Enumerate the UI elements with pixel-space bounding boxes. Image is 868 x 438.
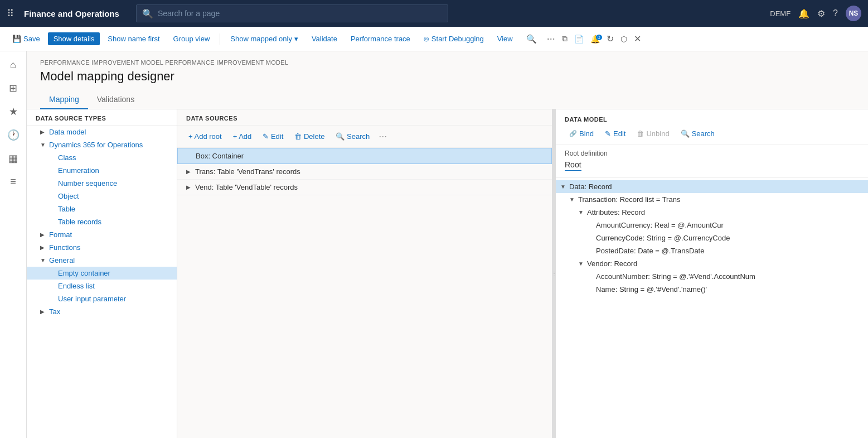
show-mapped-only-button[interactable]: Show mapped only ▾	[225, 32, 304, 45]
page-title: Model mapping designer	[40, 69, 855, 84]
validate-button[interactable]: Validate	[306, 32, 343, 45]
dm-item-account-number[interactable]: AccountNumber: String = @.'#Vend'.Accoun…	[556, 270, 868, 283]
dm-item-data-record[interactable]: ▼ Data: Record	[556, 180, 868, 193]
tree-item-general[interactable]: ▼ General	[27, 254, 177, 267]
tree-item-format[interactable]: ▶ Format	[27, 228, 177, 241]
chevron-down-icon: ▾	[294, 35, 298, 43]
command-bar: 💾 Save Show details Show name first Grou…	[0, 27, 868, 51]
arrow-icon	[49, 283, 58, 289]
tree-item-empty-container[interactable]: Empty container	[27, 267, 177, 280]
dm-edit-button[interactable]: ✎ Edit	[600, 127, 630, 140]
root-def-label: Root definition	[565, 150, 859, 157]
ds-item-trans[interactable]: ▶ Trans: Table 'VendTrans' records	[177, 164, 552, 180]
search-button[interactable]: 🔍	[521, 32, 542, 46]
refresh-icon[interactable]: ↻	[604, 33, 616, 44]
tree-item-data-model[interactable]: ▶ Data model	[27, 126, 177, 138]
unbind-icon: 🗑	[637, 129, 644, 138]
tree-item-object[interactable]: Object	[27, 190, 177, 203]
popout-icon[interactable]: ⬡	[618, 35, 629, 44]
dm-item-amount-currency[interactable]: AmountCurrency: Real = @.AmountCur	[556, 219, 868, 232]
arrow-icon	[49, 296, 58, 302]
search-icon: 🔍	[681, 129, 690, 138]
tab-validations[interactable]: Validations	[88, 90, 143, 109]
tree-item-dynamics365[interactable]: ▼ Dynamics 365 for Operations	[27, 138, 177, 151]
tree-item-table-records[interactable]: Table records	[27, 215, 177, 228]
data-model-toolbar: 🔗 Bind ✎ Edit 🗑 Unbind 🔍	[565, 127, 859, 140]
view-button[interactable]: View	[492, 32, 518, 45]
show-name-first-button[interactable]: Show name first	[102, 32, 165, 45]
delete-button[interactable]: 🗑 Delete	[290, 130, 329, 143]
grid-icon[interactable]: ⠿	[7, 7, 14, 20]
ds-item-box[interactable]: Box: Container	[177, 148, 552, 164]
extend-icon[interactable]: ⧉	[560, 34, 570, 44]
sidebar-item-modules[interactable]: ≡	[7, 172, 20, 191]
start-debugging-button[interactable]: ◎ Start Debugging	[418, 32, 489, 45]
dm-search-button[interactable]: 🔍 Search	[676, 127, 719, 140]
bind-button[interactable]: 🔗 Bind	[565, 127, 598, 140]
notes-icon[interactable]: 📄	[572, 35, 586, 44]
dm-item-posted-date[interactable]: PostedDate: Date = @.TransDate	[556, 244, 868, 257]
performance-trace-button[interactable]: Performance trace	[345, 32, 416, 45]
tree-item-table[interactable]: Table	[27, 203, 177, 215]
sidebar-item-workspaces[interactable]: ▦	[5, 149, 21, 168]
cmd-separator-1	[220, 33, 220, 45]
ds-search-button[interactable]: 🔍 Search	[331, 130, 374, 143]
add-root-button[interactable]: + Add root	[184, 130, 226, 143]
tree-item-user-input-parameter[interactable]: User input parameter	[27, 292, 177, 305]
bell-icon[interactable]: 🔔	[798, 8, 809, 19]
tabs-bar: Mapping Validations	[27, 90, 868, 109]
dm-item-currency-code[interactable]: CurrencyCode: String = @.CurrencyCode	[556, 232, 868, 244]
save-icon: 💾	[12, 35, 21, 43]
global-search-input[interactable]	[158, 9, 442, 18]
datasources-header: DATA SOURCES	[177, 109, 552, 126]
tree-item-number-sequence[interactable]: Number sequence	[27, 177, 177, 190]
arrow-icon	[49, 219, 58, 225]
arrow-icon	[587, 235, 596, 241]
sidebar-item-recent[interactable]: 🕐	[4, 126, 23, 145]
badge-icon: 🔔0	[588, 35, 602, 44]
root-def-value: Root	[565, 160, 581, 171]
tree-item-class[interactable]: Class	[27, 151, 177, 164]
tree-item-endless-list[interactable]: Endless list	[27, 280, 177, 292]
arrow-icon: ▼	[578, 209, 587, 215]
arrow-icon	[587, 286, 596, 292]
arrow-icon: ▼	[569, 196, 578, 203]
arrow-icon	[49, 206, 58, 212]
arrow-icon	[587, 248, 596, 254]
save-button[interactable]: 💾 Save	[7, 32, 46, 45]
data-model-header: DATA MODEL 🔗 Bind ✎ Edit 🗑 Unbind	[556, 109, 868, 145]
show-details-button[interactable]: Show details	[48, 32, 100, 45]
sidebar-item-filter[interactable]: ⊞	[6, 79, 21, 98]
add-button[interactable]: + Add	[229, 130, 256, 143]
panel-datasources: DATA SOURCES + Add root + Add ✎ Edit 🗑 D…	[177, 109, 552, 438]
tree-item-functions[interactable]: ▶ Functions	[27, 241, 177, 254]
sidebar-item-home[interactable]: ⌂	[7, 56, 20, 74]
arrow-icon: ▶	[40, 129, 49, 135]
content-area: PERFORMANCE IMPROVEMENT MODEL PERFORMANC…	[27, 51, 868, 438]
user-avatar[interactable]: NS	[846, 6, 861, 21]
arrow-icon: ▶	[40, 309, 49, 315]
sidebar-navigation: ⌂ ⊞ ★ 🕐 ▦ ≡	[0, 51, 27, 438]
datasources-toolbar: + Add root + Add ✎ Edit 🗑 Delete 🔍 Searc…	[177, 126, 552, 148]
tree-item-enumeration[interactable]: Enumeration	[27, 164, 177, 177]
help-icon[interactable]: ?	[833, 8, 838, 18]
search-icon: 🔍	[142, 8, 153, 19]
more-icon[interactable]: ···	[545, 33, 557, 45]
more-actions-icon[interactable]: ···	[379, 131, 387, 142]
arrow-icon: ▼	[578, 261, 587, 267]
tree-item-tax[interactable]: ▶ Tax	[27, 305, 177, 318]
tab-mapping[interactable]: Mapping	[40, 90, 88, 109]
sidebar-item-favorites[interactable]: ★	[6, 102, 21, 121]
dm-item-attributes[interactable]: ▼ Attributes: Record	[556, 206, 868, 219]
group-view-button[interactable]: Group view	[168, 32, 216, 45]
dm-item-transaction[interactable]: ▼ Transaction: Record list = Trans	[556, 193, 868, 206]
global-search[interactable]: 🔍	[136, 4, 448, 22]
arrow-icon: ▶	[40, 244, 49, 251]
close-icon[interactable]: ✕	[632, 33, 643, 44]
gear-icon[interactable]: ⚙	[817, 8, 825, 19]
dm-item-name[interactable]: Name: String = @.'#Vend'.'name()'	[556, 283, 868, 296]
ds-item-vend[interactable]: ▶ Vend: Table 'VendTable' records	[177, 180, 552, 195]
edit-button[interactable]: ✎ Edit	[258, 130, 288, 143]
data-model-title: DATA MODEL	[565, 116, 859, 123]
dm-item-vendor-record[interactable]: ▼ Vendor: Record	[556, 257, 868, 270]
